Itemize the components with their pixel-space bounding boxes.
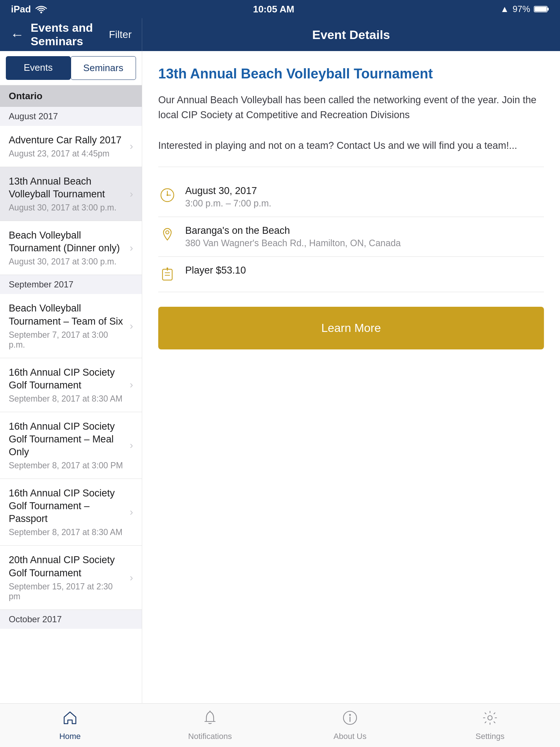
location-icon: ▲ — [500, 4, 509, 14]
event-item-content: 16th Annual CIP Society Golf Tournament … — [9, 366, 126, 404]
left-panel: Events Seminars Ontario August 2017 Adve… — [0, 51, 142, 703]
event-date: September 8, 2017 at 8:30 AM — [9, 394, 126, 404]
event-item[interactable]: 16th Annual CIP Society Golf Tournament … — [0, 412, 142, 479]
svg-rect-3 — [535, 7, 547, 12]
back-button[interactable]: ← — [10, 27, 24, 43]
divider — [158, 167, 544, 167]
bottom-tab-bar: Home Notifications About Us — [0, 703, 560, 747]
event-item-content: 16th Annual CIP Society Golf Tournament … — [9, 420, 126, 471]
filter-button[interactable]: Filter — [109, 29, 132, 40]
event-price-main: Player $53.10 — [185, 265, 544, 276]
event-datetime-row: August 30, 2017 3:00 p.m. – 7:00 p.m. — [158, 177, 544, 217]
event-location-text: Baranga's on the Beach 380 Van Wagner's … — [185, 225, 544, 248]
chevron-right-icon: › — [130, 188, 133, 200]
month-header-september: September 2017 — [0, 275, 142, 294]
svg-point-0 — [40, 12, 42, 13]
chevron-right-icon: › — [130, 320, 133, 332]
tab-events[interactable]: Events — [6, 56, 71, 80]
tag-icon — [158, 266, 176, 284]
event-time-sub: 3:00 p.m. – 7:00 p.m. — [185, 198, 544, 209]
event-item[interactable]: Beach Volleyball Tournament (Dinner only… — [0, 221, 142, 275]
app-header: ← Events and Seminars Filter Event Detai… — [0, 18, 560, 51]
event-location-address: 380 Van Wagner's Beach Rd., Hamilton, ON… — [185, 238, 544, 248]
event-date: September 15, 2017 at 2:30 pm — [9, 582, 126, 601]
svg-point-8 — [166, 231, 169, 234]
chevron-right-icon: › — [130, 242, 133, 254]
status-left: iPad — [11, 4, 47, 15]
tab-about-us[interactable]: About Us — [314, 710, 386, 741]
region-header: Ontario — [0, 85, 142, 107]
home-icon — [62, 710, 78, 729]
detail-panel-title: Event Details — [312, 28, 390, 42]
header-right: Event Details — [142, 18, 560, 51]
event-item-content: Beach Volleyball Tournament (Dinner only… — [9, 229, 126, 267]
month-header-october: October 2017 — [0, 610, 142, 629]
event-title: Beach Volleyball Tournament – Team of Si… — [9, 302, 126, 328]
tab-bar: Events Seminars — [0, 51, 142, 85]
tab-settings-label: Settings — [475, 732, 505, 741]
event-location-name: Baranga's on the Beach — [185, 225, 544, 236]
status-bar: iPad 10:05 AM ▲ 97% — [0, 0, 560, 18]
month-header-august: August 2017 — [0, 107, 142, 126]
event-item[interactable]: Adventure Car Rally 2017 August 23, 2017… — [0, 126, 142, 167]
event-item[interactable]: 20th Annual CIP Society Golf Tournament … — [0, 546, 142, 609]
svg-rect-2 — [547, 8, 549, 11]
chevron-right-icon: › — [130, 572, 133, 584]
event-item[interactable]: 13th Annual Beach Volleyball Tournament … — [0, 167, 142, 221]
event-title: 13th Annual Beach Volleyball Tournament — [9, 175, 126, 201]
event-item-content: Beach Volleyball Tournament – Team of Si… — [9, 302, 126, 349]
header-left: ← Events and Seminars Filter — [0, 18, 142, 51]
bell-icon — [202, 710, 218, 729]
event-date: August 23, 2017 at 4:45pm — [9, 149, 126, 159]
tab-home-label: Home — [59, 732, 81, 741]
event-datetime-text: August 30, 2017 3:00 p.m. – 7:00 p.m. — [185, 185, 544, 209]
learn-more-button[interactable]: Learn More — [158, 307, 544, 349]
event-date: August 30, 2017 at 3:00 p.m. — [9, 203, 126, 213]
pin-icon — [158, 226, 176, 244]
event-item-content: 13th Annual Beach Volleyball Tournament … — [9, 175, 126, 213]
status-right: ▲ 97% — [500, 4, 549, 14]
event-item-content: 20th Annual CIP Society Golf Tournament … — [9, 554, 126, 601]
tab-notifications-label: Notifications — [188, 732, 232, 741]
event-item[interactable]: 16th Annual CIP Society Golf Tournament … — [0, 479, 142, 546]
tab-settings[interactable]: Settings — [454, 710, 526, 741]
event-location-row: Baranga's on the Beach 380 Van Wagner's … — [158, 217, 544, 257]
svg-point-7 — [167, 194, 168, 196]
main-content: Events Seminars Ontario August 2017 Adve… — [0, 51, 560, 703]
event-title: Adventure Car Rally 2017 — [9, 134, 126, 147]
tab-notifications[interactable]: Notifications — [174, 710, 246, 741]
event-detail-title: 13th Annual Beach Volleyball Tournament — [158, 66, 544, 82]
tab-home[interactable]: Home — [34, 710, 106, 741]
gear-icon — [482, 710, 498, 729]
event-item-content: Adventure Car Rally 2017 August 23, 2017… — [9, 134, 126, 159]
event-date: September 8, 2017 at 8:30 AM — [9, 527, 126, 537]
event-title: 20th Annual CIP Society Golf Tournament — [9, 554, 126, 579]
tab-about-us-label: About Us — [334, 732, 367, 741]
event-date-main: August 30, 2017 — [185, 185, 544, 197]
event-item[interactable]: 16th Annual CIP Society Golf Tournament … — [0, 358, 142, 412]
wifi-icon — [35, 5, 47, 13]
svg-point-19 — [488, 716, 492, 720]
event-item[interactable]: Beach Volleyball Tournament – Team of Si… — [0, 294, 142, 358]
svg-point-17 — [349, 714, 351, 716]
clock-icon — [158, 186, 176, 204]
battery-icon — [534, 5, 549, 13]
event-date: September 7, 2017 at 3:00 p.m. — [9, 330, 126, 350]
event-title: 16th Annual CIP Society Golf Tournament … — [9, 487, 126, 525]
svg-point-13 — [167, 267, 168, 269]
tab-seminars[interactable]: Seminars — [71, 56, 136, 80]
event-date: September 8, 2017 at 3:00 PM — [9, 461, 126, 471]
event-title: 16th Annual CIP Society Golf Tournament — [9, 366, 126, 392]
event-price-text: Player $53.10 — [185, 265, 544, 278]
page-title: Events and Seminars — [31, 21, 102, 48]
event-title: 16th Annual CIP Society Golf Tournament … — [9, 420, 126, 458]
event-date: August 30, 2017 at 3:00 p.m. — [9, 257, 126, 267]
right-panel: 13th Annual Beach Volleyball Tournament … — [142, 51, 560, 703]
chevron-right-icon: › — [130, 506, 133, 518]
event-price-row: Player $53.10 — [158, 257, 544, 292]
chevron-right-icon: › — [130, 440, 133, 451]
event-title: Beach Volleyball Tournament (Dinner only… — [9, 229, 126, 255]
event-detail-description: Our Annual Beach Volleyball has been cal… — [158, 93, 544, 154]
chevron-right-icon: › — [130, 379, 133, 391]
info-icon — [342, 710, 358, 729]
